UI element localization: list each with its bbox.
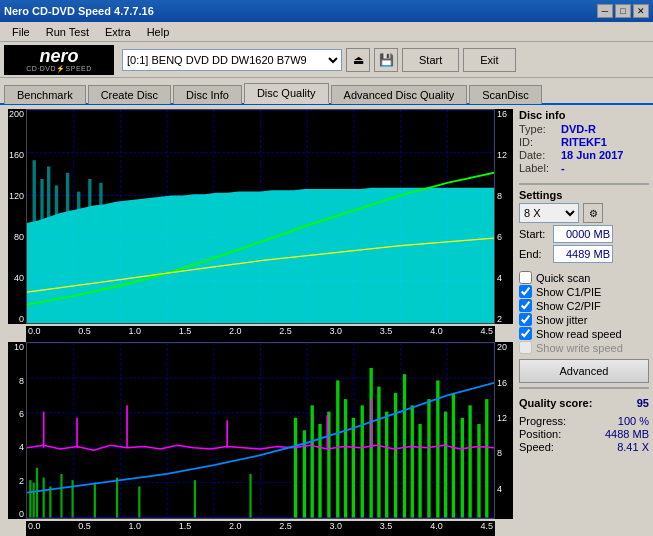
svg-rect-52 bbox=[249, 474, 251, 518]
start-button[interactable]: Start bbox=[402, 48, 459, 72]
settings-section: Settings 8 X ⚙ Start: End: bbox=[519, 189, 649, 265]
svg-rect-71 bbox=[444, 412, 447, 518]
nero-logo: nero CD·DVD⚡SPEED bbox=[4, 45, 114, 75]
show-c2-pif-checkbox[interactable] bbox=[519, 299, 532, 312]
svg-rect-24 bbox=[99, 183, 102, 223]
top-chart-x-labels: 0.00.51.01.52.02.53.03.54.04.5 bbox=[26, 326, 495, 342]
top-chart bbox=[27, 110, 494, 323]
svg-rect-53 bbox=[294, 418, 297, 518]
start-field[interactable] bbox=[553, 225, 613, 243]
settings-title: Settings bbox=[519, 189, 649, 201]
position-value: 4488 MB bbox=[605, 428, 649, 440]
maximize-button[interactable]: □ bbox=[615, 4, 631, 18]
menu-help[interactable]: Help bbox=[139, 24, 178, 40]
end-label: End: bbox=[519, 248, 549, 260]
quick-scan-checkbox[interactable] bbox=[519, 271, 532, 284]
svg-rect-22 bbox=[77, 192, 80, 223]
svg-rect-68 bbox=[418, 424, 421, 518]
quality-score-row: Quality score: 95 bbox=[519, 397, 649, 409]
quality-score-value: 95 bbox=[637, 397, 649, 409]
menu-extra[interactable]: Extra bbox=[97, 24, 139, 40]
svg-rect-43 bbox=[36, 468, 38, 518]
minimize-button[interactable]: ─ bbox=[597, 4, 613, 18]
right-panel: Disc info Type: DVD-R ID: RITEKF1 Date: … bbox=[515, 105, 653, 536]
progress-value: 100 % bbox=[618, 415, 649, 427]
svg-rect-55 bbox=[311, 406, 314, 518]
advanced-button[interactable]: Advanced bbox=[519, 359, 649, 383]
show-jitter-checkbox[interactable] bbox=[519, 313, 532, 326]
speed-select[interactable]: 8 X bbox=[519, 203, 579, 223]
close-button[interactable]: ✕ bbox=[633, 4, 649, 18]
svg-rect-21 bbox=[66, 173, 69, 223]
svg-rect-74 bbox=[468, 406, 471, 518]
id-value: RITEKF1 bbox=[561, 136, 607, 148]
save-button[interactable]: 💾 bbox=[374, 48, 398, 72]
svg-rect-75 bbox=[477, 424, 480, 518]
menu-run-test[interactable]: Run Test bbox=[38, 24, 97, 40]
svg-rect-60 bbox=[352, 418, 355, 518]
progress-label: Progress: bbox=[519, 415, 566, 427]
svg-rect-66 bbox=[403, 375, 406, 518]
settings-icon[interactable]: ⚙ bbox=[583, 203, 603, 223]
svg-rect-59 bbox=[344, 400, 347, 518]
svg-rect-17 bbox=[33, 160, 36, 223]
svg-rect-51 bbox=[194, 481, 196, 518]
svg-rect-20 bbox=[55, 185, 58, 223]
bottom-chart-y-left: 1086420 bbox=[8, 342, 26, 519]
progress-section: Progress: 100 % Position: 4488 MB Speed:… bbox=[519, 415, 649, 454]
svg-marker-16 bbox=[27, 188, 494, 324]
svg-rect-67 bbox=[411, 406, 414, 518]
bottom-chart bbox=[27, 343, 494, 518]
tab-benchmark[interactable]: Benchmark bbox=[4, 85, 86, 104]
top-chart-y-left: 20016012080400 bbox=[8, 109, 26, 324]
svg-rect-42 bbox=[33, 483, 35, 518]
svg-rect-64 bbox=[385, 412, 388, 518]
tab-disc-quality[interactable]: Disc Quality bbox=[244, 83, 329, 104]
checkboxes-section: Quick scan Show C1/PIE Show C2/PIF Show … bbox=[519, 271, 649, 355]
show-write-speed-checkbox bbox=[519, 341, 532, 354]
disc-label-label: Label: bbox=[519, 162, 557, 174]
end-field[interactable] bbox=[553, 245, 613, 263]
svg-rect-48 bbox=[94, 483, 96, 518]
drive-select[interactable]: [0:1] BENQ DVD DD DW1620 B7W9 bbox=[122, 49, 342, 71]
tab-create-disc[interactable]: Create Disc bbox=[88, 85, 171, 104]
show-read-speed-label: Show read speed bbox=[536, 328, 622, 340]
tab-disc-info[interactable]: Disc Info bbox=[173, 85, 242, 104]
type-value: DVD-R bbox=[561, 123, 596, 135]
bottom-chart-y-right: 20161284 bbox=[495, 342, 513, 519]
disc-label-value: - bbox=[561, 162, 565, 174]
exit-button[interactable]: Exit bbox=[463, 48, 515, 72]
menu-file[interactable]: File bbox=[4, 24, 38, 40]
svg-rect-50 bbox=[138, 487, 140, 518]
date-value: 18 Jun 2017 bbox=[561, 149, 623, 161]
window-title: Nero CD-DVD Speed 4.7.7.16 bbox=[4, 5, 154, 17]
speed-value: 8.41 X bbox=[617, 441, 649, 453]
svg-rect-49 bbox=[116, 478, 118, 518]
title-bar: Nero CD-DVD Speed 4.7.7.16 ─ □ ✕ bbox=[0, 0, 653, 22]
disc-info-title: Disc info bbox=[519, 109, 649, 121]
tab-scandisc[interactable]: ScanDisc bbox=[469, 85, 541, 104]
tab-bar: Benchmark Create Disc Disc Info Disc Qua… bbox=[0, 78, 653, 105]
svg-rect-73 bbox=[461, 418, 464, 518]
tab-advanced-disc-quality[interactable]: Advanced Disc Quality bbox=[331, 85, 468, 104]
quality-score-label: Quality score: bbox=[519, 397, 592, 409]
svg-rect-70 bbox=[436, 381, 439, 518]
toolbar: nero CD·DVD⚡SPEED [0:1] BENQ DVD DD DW16… bbox=[0, 42, 653, 78]
svg-rect-63 bbox=[377, 387, 380, 518]
show-read-speed-checkbox[interactable] bbox=[519, 327, 532, 340]
window-controls: ─ □ ✕ bbox=[597, 4, 649, 18]
svg-rect-45 bbox=[49, 487, 51, 518]
type-label: Type: bbox=[519, 123, 557, 135]
disc-info-section: Disc info Type: DVD-R ID: RITEKF1 Date: … bbox=[519, 109, 649, 175]
speed-label: Speed: bbox=[519, 441, 554, 453]
show-jitter-label: Show jitter bbox=[536, 314, 587, 326]
svg-rect-76 bbox=[485, 400, 488, 518]
svg-rect-46 bbox=[60, 474, 62, 518]
show-c1-pie-checkbox[interactable] bbox=[519, 285, 532, 298]
show-write-speed-label: Show write speed bbox=[536, 342, 623, 354]
svg-rect-58 bbox=[336, 381, 339, 518]
eject-button[interactable]: ⏏ bbox=[346, 48, 370, 72]
show-c2-pif-label: Show C2/PIF bbox=[536, 300, 601, 312]
svg-rect-65 bbox=[394, 393, 397, 518]
svg-rect-61 bbox=[361, 406, 364, 518]
